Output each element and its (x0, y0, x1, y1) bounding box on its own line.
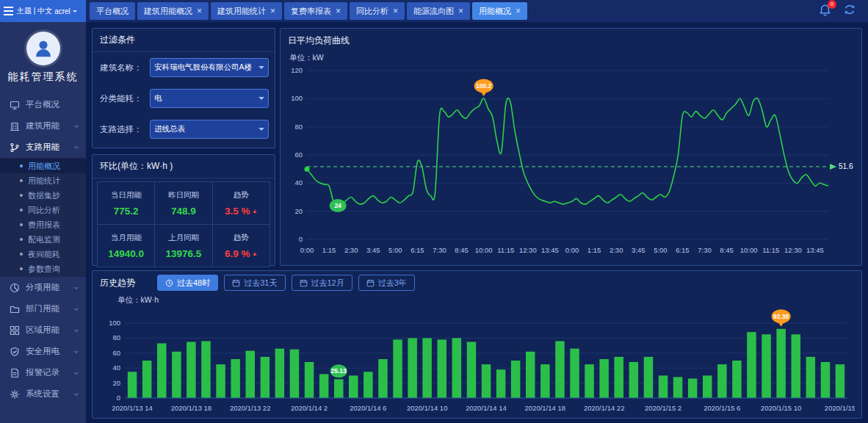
bullet-icon (20, 223, 23, 226)
svg-text:2020/1/13 22: 2020/1/13 22 (230, 404, 270, 412)
monitor-icon (10, 100, 20, 110)
close-tab-icon[interactable]: × (336, 7, 341, 15)
range-button[interactable]: 过去48时 (157, 275, 218, 291)
select-value: 进线总表 (154, 124, 258, 134)
filter-select[interactable]: 进线总表 (150, 120, 269, 139)
svg-text:2020/1/15: 2020/1/15 (825, 404, 855, 412)
sidebar-subitem-label: 用能统计 (28, 176, 60, 187)
sidebar-subitem[interactable]: 数据集抄 (0, 188, 86, 203)
svg-text:11:15: 11:15 (762, 246, 779, 254)
svg-text:40: 40 (112, 364, 120, 372)
sidebar-subitem-label: 数据集抄 (28, 190, 60, 201)
sidebar-item[interactable]: 报警记录 (0, 362, 86, 383)
menu-toggle-icon[interactable] (4, 7, 13, 15)
tab[interactable]: 建筑用能概况× (137, 2, 209, 20)
sidebar-item[interactable]: 支路用能 (0, 137, 86, 158)
sidebar-item[interactable]: 系统设置 (0, 383, 86, 405)
tab[interactable]: 用能概况× (472, 2, 527, 20)
chevron-down-icon (73, 306, 80, 313)
tab[interactable]: 平台概况 (90, 2, 135, 20)
close-tab-icon[interactable]: × (197, 7, 202, 15)
history-trend-panel: 历史趋势 过去48时过去31天过去12月过去3年 单位：kW·h 0204060… (92, 270, 862, 419)
trend-up-icon: ▲ (252, 250, 258, 257)
load-curve-title: 日平均负荷曲线 (288, 33, 854, 50)
svg-text:7:30: 7:30 (698, 246, 712, 254)
sidebar-subitem[interactable]: 用能概况 (0, 159, 86, 173)
sidebar-subitem[interactable]: 夜间能耗 (0, 247, 86, 261)
calendar-icon (300, 279, 308, 287)
range-button[interactable]: 过去3年 (358, 275, 415, 291)
sidebar-item[interactable]: 建筑用能 (0, 115, 86, 137)
sidebar-item-label: 安全用电 (26, 346, 59, 357)
avatar (26, 32, 60, 65)
bullet-icon (20, 253, 23, 256)
filter-select[interactable]: 电 (150, 89, 269, 108)
svg-text:7:30: 7:30 (433, 246, 446, 254)
sidebar-item-label: 部门用能 (26, 303, 59, 314)
refresh-button[interactable] (843, 3, 856, 19)
history-bar-chart[interactable]: 0204060801002020/1/13 142020/1/13 182020… (100, 306, 855, 416)
filter-label: 建筑名称： (100, 62, 142, 73)
user-icon (32, 37, 54, 59)
tab[interactable]: 建筑用能统计× (211, 2, 282, 20)
filter-select[interactable]: 安科瑞电气股份有限公司A楼 (150, 58, 269, 77)
stat-value: 3.5 %▲ (225, 206, 257, 217)
chevron-down-icon (258, 66, 264, 72)
svg-text:2020/1/14 2: 2020/1/14 2 (291, 404, 328, 412)
sidebar-item-label: 建筑用能 (26, 120, 59, 131)
tab[interactable]: 同比分析× (350, 2, 405, 20)
range-button-label: 过去3年 (378, 278, 407, 289)
stat-label: 昨日同期 (168, 190, 199, 200)
sidebar-item[interactable]: 部门用能 (0, 298, 86, 319)
sidebar-item[interactable]: 平台概况 (0, 94, 86, 115)
sidebar-item-label: 系统设置 (26, 388, 59, 400)
close-tab-icon[interactable]: × (458, 7, 463, 15)
sidebar-item[interactable]: 安全用电 (0, 341, 86, 362)
svg-text:5:00: 5:00 (654, 246, 668, 254)
close-tab-icon[interactable]: × (393, 7, 398, 15)
history-header: 历史趋势 过去48时过去31天过去12月过去3年 (100, 275, 854, 291)
sidebar-item[interactable]: 分项用能 (0, 277, 86, 298)
history-unit: 单位：kW·h (117, 295, 854, 306)
sidebar-subitem-label: 费用报表 (28, 220, 60, 231)
svg-text:25.13: 25.13 (331, 367, 347, 375)
username-label: acrel (54, 7, 70, 15)
chevron-down-icon (73, 391, 80, 398)
tab[interactable]: 复费率报表× (284, 2, 347, 20)
sidebar-subitem[interactable]: 同比分析 (0, 203, 86, 217)
sidebar-subitem[interactable]: 配电监测 (0, 232, 86, 247)
language-user-selector[interactable]: 主题 | 中文 acrel (17, 6, 77, 16)
tab-label: 建筑用能概况 (144, 6, 192, 17)
svg-text:100: 100 (291, 94, 303, 102)
pie-icon (10, 283, 20, 293)
sidebar-subitem-label: 参数查询 (28, 264, 60, 275)
load-curve-chart[interactable]: 0204060801001200:001:152:303:455:006:157… (288, 65, 853, 261)
load-curve-panel: 日平均负荷曲线 单位：kW 0204060801001200:001:152:3… (280, 28, 862, 266)
chevron-down-icon (258, 128, 264, 134)
svg-text:40: 40 (294, 178, 303, 187)
filter-row: 支路选择： 进线总表 (93, 114, 275, 145)
range-button[interactable]: 过去12月 (292, 275, 352, 291)
svg-text:10:00: 10:00 (740, 246, 758, 254)
svg-text:60: 60 (112, 349, 120, 357)
svg-text:2020/1/14 18: 2020/1/14 18 (525, 404, 565, 412)
sidebar-subitem[interactable]: 用能统计 (0, 173, 86, 188)
sidebar-item-label: 支路用能 (26, 142, 59, 153)
range-button[interactable]: 过去31天 (224, 275, 285, 291)
stat-cell: 当月用能 14940.0 (98, 225, 154, 267)
range-button-label: 过去12月 (311, 278, 344, 289)
close-tab-icon[interactable]: × (516, 7, 521, 15)
shield-icon (10, 347, 20, 357)
gear-icon (10, 389, 20, 400)
sidebar-subitem[interactable]: 费用报表 (0, 217, 86, 232)
tab[interactable]: 能源流向图× (407, 2, 470, 20)
svg-text:2020/1/14 10: 2020/1/14 10 (407, 404, 447, 412)
ring-ratio-title: 环比(单位：kW·h ) (93, 155, 275, 178)
calendar-icon (366, 279, 375, 287)
svg-text:8:45: 8:45 (720, 246, 734, 254)
notifications-button[interactable]: 0 (819, 4, 831, 19)
sidebar-subitem[interactable]: 参数查询 (0, 261, 86, 276)
close-tab-icon[interactable]: × (270, 7, 275, 15)
stat-label: 趋势 (234, 190, 249, 200)
sidebar-item[interactable]: 区域用能 (0, 319, 86, 341)
